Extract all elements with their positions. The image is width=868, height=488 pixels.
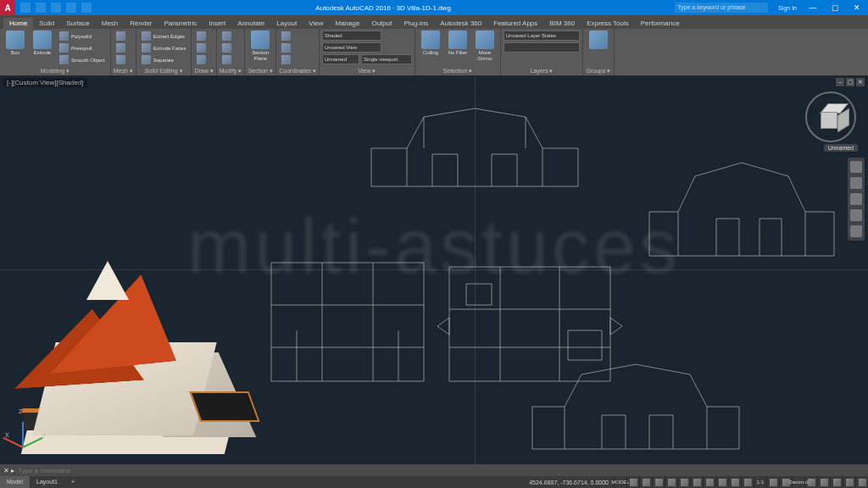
box-button[interactable]: Box xyxy=(3,30,28,67)
vp-minimize-icon[interactable]: – xyxy=(836,78,844,86)
panel-label[interactable]: View ▾ xyxy=(322,67,412,75)
panel-label[interactable]: Section ▾ xyxy=(248,67,273,75)
quick-props-toggle[interactable] xyxy=(804,476,817,488)
zoom-icon[interactable] xyxy=(850,193,862,205)
mesh-tool-1[interactable] xyxy=(114,30,128,42)
tab-surface[interactable]: Surface xyxy=(60,18,96,29)
tab-render[interactable]: Render xyxy=(124,18,158,29)
minimize-button[interactable]: — xyxy=(802,0,824,15)
close-button[interactable]: ✕ xyxy=(846,0,868,15)
full-nav-wheel-icon[interactable] xyxy=(850,161,862,173)
extrude-button[interactable]: Extrude xyxy=(30,30,55,67)
maximize-button[interactable]: ▢ xyxy=(824,0,846,15)
panel-label[interactable]: Draw ▾ xyxy=(194,67,213,75)
tab-plugins[interactable]: Plug-ins xyxy=(398,18,434,29)
qat-undo-icon[interactable] xyxy=(66,3,76,13)
cycling-toggle[interactable] xyxy=(741,476,754,488)
tab-home[interactable]: Home xyxy=(3,18,33,29)
ucs-button[interactable] xyxy=(279,30,293,42)
mesh-tool-3[interactable] xyxy=(114,54,128,65)
sign-in-link[interactable]: Sign In xyxy=(773,5,802,11)
isolate-button[interactable] xyxy=(830,476,843,488)
tab-mesh[interactable]: Mesh xyxy=(96,18,125,29)
tab-annotate[interactable]: Annotate xyxy=(231,18,270,29)
arc-button[interactable] xyxy=(194,54,209,65)
filter-button[interactable]: No Filter xyxy=(445,30,470,67)
tab-manage[interactable]: Manage xyxy=(330,18,366,29)
showmotion-icon[interactable] xyxy=(850,225,862,237)
tab-solid[interactable]: Solid xyxy=(33,18,60,29)
qat-new-icon[interactable] xyxy=(20,3,31,13)
gizmo-button[interactable]: Move Gizmo xyxy=(472,30,498,67)
panel-label[interactable]: Groups ▾ xyxy=(586,67,611,75)
panel-label[interactable]: Selection ▾ xyxy=(418,67,498,75)
units-button[interactable]: Decimal xyxy=(792,476,804,488)
viewport-config-dropdown[interactable]: Single viewport xyxy=(361,54,412,64)
qat-redo-icon[interactable] xyxy=(81,3,92,13)
vp-maximize-icon[interactable]: ▢ xyxy=(846,78,854,86)
viewport-label[interactable]: [-][Custom View][Shaded] xyxy=(3,78,87,87)
tab-parametric[interactable]: Parametric xyxy=(159,18,203,29)
named-ucs-button[interactable] xyxy=(279,54,293,65)
hardware-accel-toggle[interactable] xyxy=(817,476,830,488)
group-button[interactable] xyxy=(586,30,611,67)
saved-view-dropdown[interactable]: Unsaved View xyxy=(322,42,381,53)
help-search[interactable]: Type a keyword or phrase xyxy=(675,3,768,13)
annoscale-button[interactable]: 1:1 xyxy=(754,476,766,488)
smooth-button[interactable]: Smooth Object xyxy=(57,54,108,65)
view-cube[interactable] xyxy=(805,92,856,142)
visual-style-dropdown[interactable]: Shaded xyxy=(322,30,381,41)
pan-icon[interactable] xyxy=(850,177,862,189)
culling-button[interactable]: Culling xyxy=(418,30,443,67)
tab-express[interactable]: Express Tools xyxy=(581,18,635,29)
panel-label[interactable]: Modify ▾ xyxy=(220,67,242,75)
tab-insert[interactable]: Insert xyxy=(203,18,231,29)
lineweight-toggle[interactable] xyxy=(715,476,728,488)
extract-edges-button[interactable]: Extract Edges xyxy=(139,30,189,42)
rotate-button[interactable] xyxy=(220,42,234,53)
world-button[interactable] xyxy=(279,42,293,53)
transparency-toggle[interactable] xyxy=(728,476,741,488)
tab-featured[interactable]: Featured Apps xyxy=(487,18,543,29)
panel-label[interactable]: Modeling ▾ xyxy=(3,67,108,75)
tab-output[interactable]: Output xyxy=(365,18,398,29)
ortho-toggle[interactable] xyxy=(652,476,665,488)
section-plane-button[interactable]: Section Plane xyxy=(248,30,273,67)
mesh-tool-2[interactable] xyxy=(114,42,128,53)
viewcube-front-face[interactable] xyxy=(821,112,837,129)
tab-performance[interactable]: Performance xyxy=(635,18,686,29)
scale-button[interactable] xyxy=(220,54,234,65)
layer-state-dropdown[interactable]: Unsaved Layer States xyxy=(504,30,580,41)
ucs-icon[interactable]: Z Y X xyxy=(7,412,47,452)
panel-label[interactable]: Mesh ▾ xyxy=(114,67,133,75)
workspace-button[interactable] xyxy=(766,476,779,488)
vp-close-icon[interactable]: ✕ xyxy=(856,78,865,86)
polar-toggle[interactable] xyxy=(665,476,677,488)
orbit-icon[interactable] xyxy=(850,209,862,221)
ucs-name-dropdown[interactable]: Unnamed xyxy=(322,54,359,64)
tab-bim360[interactable]: BIM 360 xyxy=(543,18,581,29)
panel-label[interactable]: Solid Editing ▾ xyxy=(139,67,189,75)
app-icon[interactable]: A xyxy=(0,0,15,15)
circle-button[interactable] xyxy=(194,42,209,53)
layer-dropdown[interactable] xyxy=(504,42,580,53)
model-space-button[interactable]: MODEL xyxy=(614,476,626,488)
snap-toggle[interactable] xyxy=(639,476,652,488)
drawing-canvas[interactable]: [-][Custom View][Shaded] – ▢ ✕ multi-ast… xyxy=(0,76,868,464)
otrack-toggle[interactable] xyxy=(703,476,715,488)
qat-open-icon[interactable] xyxy=(36,3,46,13)
tab-a360[interactable]: Autodesk 360 xyxy=(434,18,487,29)
line-button[interactable] xyxy=(194,30,209,42)
osnap-toggle[interactable] xyxy=(677,476,690,488)
tab-view[interactable]: View xyxy=(303,18,329,29)
move-button[interactable] xyxy=(220,30,234,42)
qat-save-icon[interactable] xyxy=(51,3,61,13)
grid-toggle[interactable] xyxy=(626,476,639,488)
tab-layout[interactable]: Layout xyxy=(270,18,303,29)
panel-label[interactable]: Layers ▾ xyxy=(504,67,580,75)
polysolid-button[interactable]: Polysolid xyxy=(57,30,108,42)
3dosnap-toggle[interactable] xyxy=(690,476,703,488)
separate-button[interactable]: Separate xyxy=(139,54,189,65)
customize-button[interactable] xyxy=(855,476,868,488)
viewcube-label[interactable]: Unnamed xyxy=(824,144,858,152)
